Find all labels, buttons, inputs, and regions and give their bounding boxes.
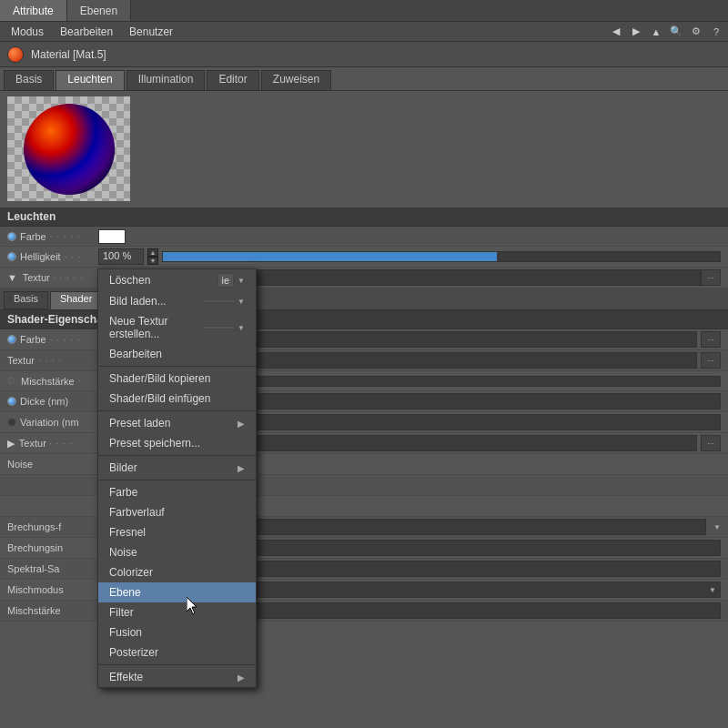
ctx-preset-laden[interactable]: Preset laden ▶ <box>98 413 256 433</box>
material-name: Material [Mat.5] <box>31 48 106 61</box>
tab-basis[interactable]: Basis <box>4 70 54 90</box>
tab-illumination[interactable]: Illumination <box>126 70 206 90</box>
menu-modus[interactable]: Modus <box>4 24 51 40</box>
ctx-neue-textur[interactable]: Neue Textur erstellen... ▼ <box>98 311 256 344</box>
ctx-filter[interactable]: Filter <box>98 602 256 622</box>
tab-editor[interactable]: Editor <box>207 70 258 90</box>
inner-tab-basis[interactable]: Basis <box>4 291 48 309</box>
dicke-radio[interactable] <box>7 397 16 406</box>
variation-label: Variation (nm <box>7 417 98 428</box>
effekte-arrow: ▶ <box>238 672 245 682</box>
up-icon[interactable]: ▲ <box>648 24 664 40</box>
ctx-noise[interactable]: Noise <box>98 542 256 562</box>
menu-benutzer[interactable]: Benutzer <box>122 24 180 40</box>
ctx-posterizer[interactable]: Posterizer <box>98 642 256 662</box>
settings-icon[interactable]: ⚙ <box>688 24 704 40</box>
tab-leuchten[interactable]: Leuchten <box>56 70 124 90</box>
ctx-kopieren[interactable]: Shader/Bild kopieren <box>98 369 256 389</box>
material-preview <box>7 96 130 201</box>
ctx-bearbeiten[interactable]: Bearbeiten <box>98 344 256 364</box>
ctx-einfuegen[interactable]: Shader/Bild einfügen <box>98 389 256 409</box>
textur-menu-btn[interactable]: ··· <box>701 269 721 286</box>
top-tab-bar: Attribute Ebenen <box>0 0 728 22</box>
helligkeit-control: 100 % ▲ ▼ <box>98 248 721 265</box>
shader-farbe-radio[interactable] <box>7 335 16 344</box>
variation-radio[interactable] <box>7 418 16 427</box>
back-icon[interactable]: ◀ <box>608 24 624 40</box>
loeschen-arrow: ▼ <box>238 277 245 285</box>
help-icon[interactable]: ? <box>708 24 724 40</box>
helligkeit-radio[interactable] <box>7 252 16 261</box>
section-leuchten: Leuchten <box>0 207 728 227</box>
mischstaerke-label: ⊙ Mischstärke · <box>7 375 98 387</box>
ctx-colorizer[interactable]: Colorizer <box>98 562 256 582</box>
material-preview-ball <box>7 46 24 63</box>
ctx-preset-speichern[interactable]: Preset speichern... <box>98 433 256 453</box>
ctx-sep-1 <box>98 366 256 367</box>
neutex-arrow: ▼ <box>238 324 245 332</box>
mischstaerke2-label: Mischstärke <box>7 605 98 616</box>
bildladen-arrow: ▼ <box>238 298 245 306</box>
ctx-bild-laden[interactable]: Bild laden... ▼ <box>98 291 256 311</box>
textur-label: ▼ Textur · · · · · <box>7 272 98 283</box>
ctx-ebene[interactable]: Ebene <box>98 582 256 602</box>
ctx-farbverlauf[interactable]: Farbverlauf <box>98 502 256 522</box>
mischmodus-arrow: ▼ <box>709 586 716 594</box>
helligkeit-label: Helligkeit · · · <box>7 251 98 262</box>
menubar: Modus Bearbeiten Benutzer ◀ ▶ ▲ 🔍 ⚙ ? <box>0 22 728 42</box>
helligkeit-spinner[interactable]: ▲ ▼ <box>147 248 158 265</box>
farbe-color-box[interactable] <box>98 229 126 244</box>
mischmodus-label: Mischmodus <box>7 584 98 595</box>
material-header: Material [Mat.5] <box>0 42 728 67</box>
ctx-farbe[interactable]: Farbe <box>98 482 256 502</box>
noise-label: Noise <box>7 459 98 470</box>
farbe-control <box>98 229 721 244</box>
bilder-arrow: ▶ <box>238 463 245 473</box>
shader-textur-menu[interactable]: ··· <box>701 352 721 369</box>
helligkeit-slider[interactable] <box>162 251 721 262</box>
ctx-sep-5 <box>98 664 256 665</box>
prop-helligkeit: Helligkeit · · · 100 % ▲ ▼ <box>0 247 728 268</box>
menubar-icons: ◀ ▶ ▲ 🔍 ⚙ ? <box>608 24 724 40</box>
ctx-sep-2 <box>98 410 256 411</box>
brechungsin-label: Brechungsin <box>7 542 98 553</box>
farbe-label: Farbe · · · · · <box>7 231 98 242</box>
search-icon[interactable]: 🔍 <box>668 24 684 40</box>
spin-down[interactable]: ▼ <box>147 257 158 265</box>
brechungs-f-arrow: ▼ <box>713 523 721 531</box>
shader-farbe-menu[interactable]: ··· <box>701 331 721 348</box>
ctx-effekte[interactable]: Effekte ▶ <box>98 667 256 687</box>
brechungs-f-label: Brechungs-f <box>7 521 98 532</box>
prop-farbe: Farbe · · · · · <box>0 227 728 247</box>
helligkeit-value[interactable]: 100 % <box>98 248 144 265</box>
forward-icon[interactable]: ▶ <box>628 24 644 40</box>
farbe-radio[interactable] <box>7 232 16 241</box>
menu-bearbeiten[interactable]: Bearbeiten <box>53 24 120 40</box>
context-menu: Löschen ie ▼ Bild laden... ▼ Neue Textur… <box>97 268 257 688</box>
textur2-menu[interactable]: ··· <box>701 435 721 451</box>
textur2-label: ▶ Textur · · · · <box>7 438 98 450</box>
ctx-sep-4 <box>98 480 256 480</box>
shader-farbe-label: Farbe · · · · · <box>7 334 98 345</box>
dicke-label: Dicke (nm) <box>7 396 98 407</box>
tab-zuweisen[interactable]: Zuweisen <box>261 70 331 90</box>
ctx-sep-3 <box>98 455 256 456</box>
sub-tab-bar: Basis Leuchten Illumination Editor Zuwei… <box>0 67 728 91</box>
preset-laden-arrow: ▶ <box>238 419 245 429</box>
tab-ebenen[interactable]: Ebenen <box>67 0 131 21</box>
ctx-fresnel[interactable]: Fresnel <box>98 522 256 542</box>
inner-tab-shader[interactable]: Shader <box>50 291 102 309</box>
ctx-loeschen[interactable]: Löschen ie ▼ <box>98 269 256 291</box>
ctx-bilder[interactable]: Bilder ▶ <box>98 458 256 478</box>
spektral-label: Spektral-Sa <box>7 563 98 574</box>
shader-textur-label: Textur · · · · <box>7 355 98 366</box>
ctx-fusion[interactable]: Fusion <box>98 622 256 642</box>
preview-sphere <box>24 104 115 195</box>
tab-attribute[interactable]: Attribute <box>0 0 67 21</box>
spin-up[interactable]: ▲ <box>147 248 158 257</box>
